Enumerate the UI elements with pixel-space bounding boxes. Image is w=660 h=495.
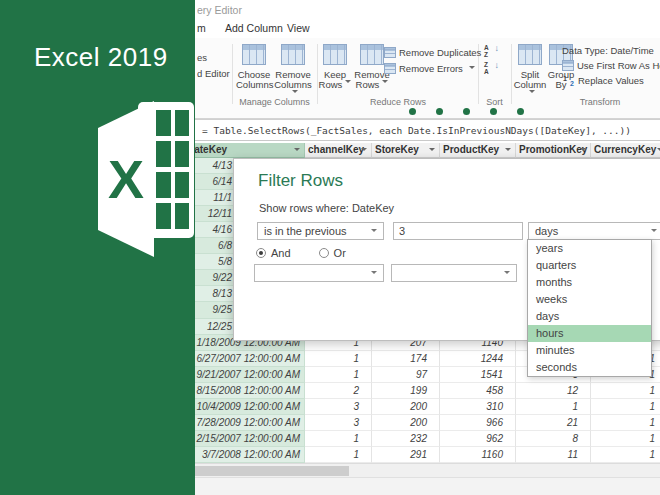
grid-cell[interactable]: 1 bbox=[591, 415, 660, 431]
grid-cell[interactable]: 3 bbox=[305, 399, 372, 415]
use-first-row-button[interactable]: Use First Row As Headers bbox=[562, 59, 660, 72]
grid-cell[interactable]: 3 bbox=[305, 415, 372, 431]
filter-dropdown-icon[interactable] bbox=[429, 148, 435, 154]
grid-cell[interactable]: 1 bbox=[516, 399, 591, 415]
dropdown-option-hours[interactable]: hours bbox=[528, 325, 651, 342]
menu-tab-add-column[interactable]: Add Column bbox=[225, 22, 283, 34]
dropdown-option-quarters[interactable]: quarters bbox=[528, 257, 651, 274]
dropdown-option-years[interactable]: years bbox=[528, 240, 651, 257]
grid-cell[interactable]: 11 bbox=[516, 447, 591, 463]
filter-dropdown-icon[interactable] bbox=[505, 148, 511, 154]
second-operator-select[interactable] bbox=[254, 264, 384, 282]
second-value-select[interactable] bbox=[391, 264, 517, 282]
grid-cell[interactable]: 1 bbox=[591, 399, 660, 415]
grid-cell[interactable]: 200 bbox=[372, 399, 440, 415]
sort-za-icon: ZA↓ bbox=[482, 61, 500, 75]
value-input[interactable] bbox=[393, 222, 523, 240]
cell-text: 200 bbox=[410, 401, 427, 412]
grid-cell[interactable]: 1160 bbox=[440, 447, 516, 463]
grid-cell[interactable]: 3/7/2008 12:00:00 AM bbox=[185, 447, 305, 463]
grid-cell[interactable]: 1 bbox=[591, 447, 660, 463]
sort-descending-button[interactable]: ZA↓ bbox=[482, 61, 500, 74]
grid-cell[interactable]: 12 bbox=[516, 383, 591, 399]
formula-input[interactable]: = Table.SelectRows(_FactSales, each Date… bbox=[202, 125, 631, 136]
remove-duplicates-button[interactable]: Remove Duplicates bbox=[384, 46, 481, 59]
grid-header-productkey[interactable]: ProductKey bbox=[440, 143, 516, 158]
cell-text: 2/15/2007 12:00:00 AM bbox=[196, 433, 300, 444]
grid-cell[interactable]: 1 bbox=[305, 431, 372, 447]
keep-rows-button[interactable]: Keep Rows bbox=[318, 44, 352, 90]
grid-cell[interactable]: 8 bbox=[516, 431, 591, 447]
grid-cell[interactable]: 1244 bbox=[440, 351, 516, 367]
grid-header-label: StoreKey bbox=[375, 144, 419, 155]
grid-cell[interactable]: 310 bbox=[440, 399, 516, 415]
horizontal-scrollbar[interactable] bbox=[185, 463, 660, 477]
scrollbar-thumb[interactable] bbox=[186, 466, 349, 476]
grid-cell[interactable]: 6/27/2007 12:00:00 AM bbox=[185, 351, 305, 367]
filter-dropdown-icon[interactable] bbox=[294, 148, 300, 154]
grid-header-storekey[interactable]: StoreKey bbox=[372, 143, 440, 158]
grid-cell[interactable]: 8/15/2008 12:00:00 AM bbox=[185, 383, 305, 399]
cell-text: 21 bbox=[567, 417, 578, 428]
chevron-down-icon bbox=[292, 90, 298, 96]
cell-text: 6/8 bbox=[218, 240, 232, 251]
grid-cell[interactable]: 97 bbox=[372, 367, 440, 383]
data-type-button[interactable]: Data Type: Date/Time bbox=[562, 44, 660, 57]
chevron-down-icon bbox=[345, 80, 351, 86]
grid-cell[interactable]: 962 bbox=[440, 431, 516, 447]
unit-select[interactable]: days bbox=[528, 222, 660, 240]
grid-cell[interactable]: 1 bbox=[305, 367, 372, 383]
cell-text: 12/25 bbox=[207, 321, 232, 332]
grid-cell[interactable]: 1 bbox=[591, 431, 660, 447]
grid-cell[interactable]: 200 bbox=[372, 415, 440, 431]
remove-errors-button[interactable]: Remove Errors bbox=[384, 62, 475, 75]
grid-cell[interactable]: 1 bbox=[305, 351, 372, 367]
sort-ascending-button[interactable]: AZ↓ bbox=[482, 44, 500, 57]
dropdown-option-months[interactable]: months bbox=[528, 274, 651, 291]
chevron-down-icon bbox=[382, 80, 388, 86]
filter-dropdown-icon[interactable] bbox=[580, 148, 586, 154]
menu-tab-view[interactable]: View bbox=[287, 22, 310, 34]
grid-cell[interactable]: 199 bbox=[372, 383, 440, 399]
choose-columns-button[interactable]: Choose Columns bbox=[236, 44, 272, 90]
grid-cell[interactable]: 1 bbox=[591, 383, 660, 399]
cell-text: 1 bbox=[649, 433, 655, 444]
grid-cell[interactable]: 966 bbox=[440, 415, 516, 431]
grid-cell[interactable]: 232 bbox=[372, 431, 440, 447]
grid-cell[interactable]: 291 bbox=[372, 447, 440, 463]
chevron-down-icon bbox=[371, 271, 377, 277]
operator-select[interactable]: is in the previous bbox=[257, 222, 384, 240]
grid-header-datekey[interactable]: DateKey bbox=[185, 143, 305, 158]
grid-cell[interactable]: 7/28/2009 12:00:00 AM bbox=[185, 415, 305, 431]
use-first-row-icon bbox=[562, 60, 574, 71]
and-radio[interactable] bbox=[256, 248, 266, 258]
cell-text: 1541 bbox=[481, 369, 503, 380]
grid-cell[interactable]: 2/15/2007 12:00:00 AM bbox=[185, 431, 305, 447]
grid-cell[interactable]: 9/21/2007 12:00:00 AM bbox=[185, 367, 305, 383]
table-row: 10/4/2009 12:00:00 AM320031011 bbox=[185, 399, 660, 415]
filter-dropdown-icon[interactable] bbox=[361, 148, 367, 154]
dropdown-option-weeks[interactable]: weeks bbox=[528, 291, 651, 308]
remove-columns-button[interactable]: Remove Columns bbox=[272, 44, 314, 100]
dropdown-option-days[interactable]: days bbox=[528, 308, 651, 325]
grid-cell[interactable]: 1 bbox=[305, 447, 372, 463]
dialog-title: Filter Rows bbox=[258, 171, 343, 191]
grid-header-promotionkey[interactable]: PromotionKey bbox=[516, 143, 591, 158]
grid-cell[interactable]: 21 bbox=[516, 415, 591, 431]
cell-text: 6/14 bbox=[213, 176, 232, 187]
grid-cell[interactable]: 2 bbox=[305, 383, 372, 399]
menu-tab-m[interactable]: m bbox=[197, 22, 206, 34]
cell-text: 174 bbox=[410, 353, 427, 364]
dropdown-option-minutes[interactable]: minutes bbox=[528, 342, 651, 359]
grid-cell[interactable]: 458 bbox=[440, 383, 516, 399]
grid-header-channelkey[interactable]: channelKey bbox=[305, 143, 372, 158]
grid-cell[interactable]: 10/4/2009 12:00:00 AM bbox=[185, 399, 305, 415]
grid-cell[interactable]: 1541 bbox=[440, 367, 516, 383]
screenshot-root: ery Editor mAdd ColumnView es d Editor C… bbox=[0, 0, 660, 495]
cell-text: 1 bbox=[353, 369, 359, 380]
replace-values-button[interactable]: 12 Replace Values bbox=[562, 74, 644, 87]
or-radio[interactable] bbox=[319, 248, 329, 258]
grid-header-currencykey[interactable]: CurrencyKey bbox=[591, 143, 660, 158]
grid-cell[interactable]: 174 bbox=[372, 351, 440, 367]
dropdown-option-seconds[interactable]: seconds bbox=[528, 359, 651, 376]
